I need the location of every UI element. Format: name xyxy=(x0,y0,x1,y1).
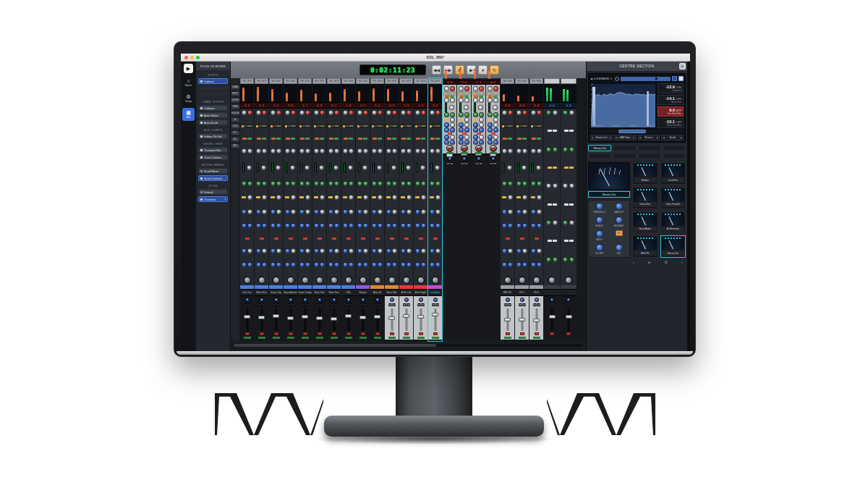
fader-handle[interactable] xyxy=(417,315,424,319)
knob[interactable] xyxy=(473,140,478,145)
knob[interactable] xyxy=(349,181,354,186)
knob[interactable] xyxy=(508,209,513,214)
pager-prev-icon[interactable]: ‹ xyxy=(633,260,634,264)
indicator-chip[interactable] xyxy=(329,138,333,140)
knob[interactable] xyxy=(256,262,261,267)
indicator-chip[interactable] xyxy=(553,167,557,169)
fader-track[interactable] xyxy=(260,308,263,331)
knob[interactable] xyxy=(378,262,383,267)
knob[interactable] xyxy=(363,209,368,214)
knob[interactable] xyxy=(328,248,333,253)
fader-track[interactable] xyxy=(420,308,422,331)
knob[interactable] xyxy=(508,148,513,153)
channel-name[interactable]: Meat Kick xyxy=(255,289,268,295)
knob[interactable] xyxy=(299,148,305,153)
knob[interactable] xyxy=(372,181,377,186)
knob[interactable] xyxy=(314,223,319,228)
knob[interactable] xyxy=(459,127,464,132)
knob[interactable] xyxy=(285,148,290,153)
indicator-chip[interactable] xyxy=(303,237,307,240)
knob[interactable] xyxy=(401,209,406,214)
knob[interactable] xyxy=(256,181,261,186)
channel-strip[interactable]: CHANNEL STRIP 22.6DYNAMICSVocs Parallel xyxy=(457,78,471,82)
knob[interactable] xyxy=(372,110,377,115)
knob[interactable] xyxy=(502,110,507,115)
knob[interactable] xyxy=(459,135,464,140)
knob[interactable] xyxy=(421,262,426,267)
solo-button[interactable] xyxy=(519,303,522,306)
fader-handle[interactable] xyxy=(273,314,279,318)
indicator-chip[interactable] xyxy=(363,138,367,140)
knob[interactable] xyxy=(531,148,536,153)
mute-button[interactable] xyxy=(305,303,308,306)
knob[interactable] xyxy=(262,148,267,153)
pan-knob[interactable] xyxy=(318,298,322,302)
channel-strip[interactable]: SSL / 4K B0.6DYNAMICSSnareBottom xyxy=(284,78,297,341)
knob[interactable] xyxy=(320,223,325,228)
pager-settings-icon[interactable]: ⚙ xyxy=(664,260,667,264)
pan-knob[interactable] xyxy=(274,298,278,302)
knob[interactable] xyxy=(305,209,310,214)
knob[interactable] xyxy=(450,140,455,145)
knob[interactable] xyxy=(256,110,261,115)
chevron-left-icon[interactable]: ◀ xyxy=(639,136,641,139)
mute-button[interactable] xyxy=(537,303,540,306)
bus-meter-tile-clean-gtrs[interactable]: Clean Gtrs xyxy=(632,187,658,209)
sidebar-item-auto-select[interactable]: Auto Select xyxy=(198,112,228,118)
knob[interactable] xyxy=(261,165,266,170)
output-knob[interactable] xyxy=(533,277,540,284)
knob[interactable] xyxy=(569,110,574,115)
knob[interactable] xyxy=(242,248,247,253)
knob[interactable] xyxy=(488,140,493,145)
fader-handle[interactable] xyxy=(403,314,409,318)
knob[interactable] xyxy=(363,262,368,267)
knob[interactable] xyxy=(271,181,276,186)
knob[interactable] xyxy=(444,135,449,140)
fader-track[interactable] xyxy=(304,308,306,331)
indicator-chip[interactable] xyxy=(315,138,319,140)
filter-in-chip[interactable] xyxy=(430,196,434,198)
knob[interactable] xyxy=(334,262,339,267)
knob[interactable] xyxy=(372,209,377,214)
knob[interactable] xyxy=(349,195,354,200)
knob[interactable] xyxy=(242,262,247,267)
filter-in-chip[interactable] xyxy=(328,196,333,198)
indicator-chip[interactable] xyxy=(344,138,348,140)
output-knob[interactable] xyxy=(244,277,251,284)
knob[interactable] xyxy=(473,86,478,91)
knob[interactable] xyxy=(493,105,498,110)
channel-name[interactable]: FX 2 xyxy=(515,289,529,295)
filter-in-chip[interactable] xyxy=(271,196,275,198)
knob[interactable] xyxy=(363,181,368,186)
master-strip[interactable]: 0.0 xyxy=(561,78,576,341)
fader-handle[interactable] xyxy=(316,316,323,320)
knob[interactable] xyxy=(242,223,247,228)
knob[interactable] xyxy=(247,248,252,253)
knob[interactable] xyxy=(407,248,412,253)
knob[interactable] xyxy=(516,181,522,186)
knob[interactable] xyxy=(349,248,354,253)
knob[interactable] xyxy=(262,223,267,228)
solo-button[interactable] xyxy=(403,303,406,306)
knob[interactable] xyxy=(459,140,464,145)
filter-in-chip[interactable] xyxy=(531,196,535,198)
section-label-routing[interactable]: ROUTING xyxy=(231,112,239,115)
fader-handle[interactable] xyxy=(504,318,511,321)
channel-strip[interactable]: SSL / 4K B0.0DYNAMICSRack Tom xyxy=(312,78,326,341)
knob[interactable] xyxy=(262,195,267,200)
knob[interactable] xyxy=(334,248,339,253)
knob[interactable] xyxy=(299,209,305,214)
scrollbar-thumb[interactable] xyxy=(234,344,436,347)
sidebar-item-follow-trk-sel[interactable]: Follow Trk Sel xyxy=(198,133,228,139)
mute-button[interactable] xyxy=(247,303,250,306)
plugin-tab[interactable]: SSL / 4K B xyxy=(385,78,399,84)
focus-slot-empty[interactable] xyxy=(638,145,661,151)
solo-button[interactable] xyxy=(533,303,536,306)
knob[interactable] xyxy=(516,148,522,153)
knob[interactable] xyxy=(563,257,568,262)
knob[interactable] xyxy=(435,181,441,186)
channel-name[interactable]: Snare Comp xyxy=(298,289,312,295)
knob[interactable] xyxy=(407,262,412,267)
knob[interactable] xyxy=(553,220,558,225)
cut-button[interactable] xyxy=(448,148,452,151)
